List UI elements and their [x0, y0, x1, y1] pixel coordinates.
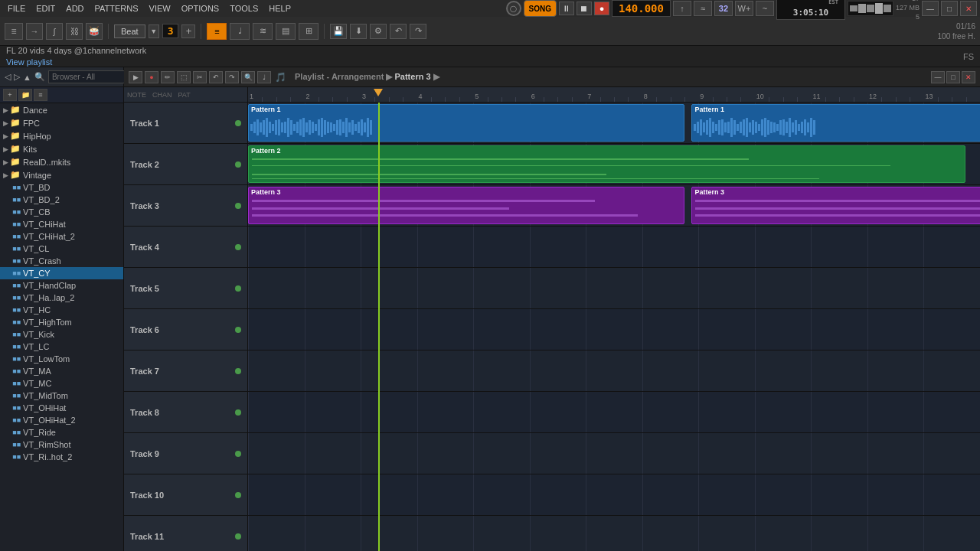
playlist-redo-tool[interactable]: ↷: [225, 71, 239, 83]
sidebar-item-vt_ma[interactable]: ■■VT_MA: [0, 365, 123, 377]
playlist-cut-tool[interactable]: ✂: [193, 71, 207, 83]
track-dot-1[interactable]: [235, 120, 241, 126]
track-row-3[interactable]: Pattern 3Pattern 3: [248, 185, 980, 227]
record-button[interactable]: ●: [594, 2, 609, 15]
mixer-icon[interactable]: ≡: [5, 23, 23, 40]
track-row-8[interactable]: [248, 392, 980, 433]
close-button[interactable]: ✕: [960, 1, 977, 16]
sidebar-item-vt_hc[interactable]: ■■VT_HC: [0, 304, 123, 316]
plugin-picker-button[interactable]: ⊞: [299, 23, 318, 40]
arrow-icon[interactable]: →: [26, 23, 43, 40]
track-dot-11[interactable]: [235, 533, 241, 540]
bpm-display[interactable]: 140.000: [612, 0, 671, 17]
sidebar-forward-button[interactable]: ▷: [14, 72, 20, 82]
sidebar-item-kits[interactable]: ▶📁Kits: [0, 142, 123, 155]
playlist-close-button[interactable]: ✕: [962, 71, 975, 83]
beat-arrow[interactable]: ▼: [149, 24, 159, 38]
undo-button[interactable]: ↶: [390, 24, 407, 39]
sidebar-item-vt_chihat[interactable]: ■■VT_CHiHat: [0, 218, 123, 230]
sidebar-item-vt_rihot2[interactable]: ■■VT_Ri..hot_2: [0, 451, 123, 463]
menu-view[interactable]: VIEW: [145, 2, 175, 15]
sidebar-item-vt_bd[interactable]: ■■VT_BD: [0, 181, 123, 194]
playlist-minimize-button[interactable]: —: [931, 71, 945, 83]
beat-button[interactable]: Beat: [114, 24, 145, 38]
sidebar-item-vt_midtom[interactable]: ■■VT_MidTom: [0, 390, 123, 402]
transport-icon-2[interactable]: ≈: [694, 1, 712, 16]
pattern-block-pattern1[interactable]: Pattern 1: [248, 104, 684, 142]
sidebar-item-fpc[interactable]: ▶📁FPC: [0, 116, 123, 129]
sidebar-item-vt_ohihat[interactable]: ■■VT_OHiHat: [0, 402, 123, 414]
sidebar-item-vt_mc[interactable]: ■■VT_MC: [0, 377, 123, 390]
sidebar-item-vintage[interactable]: ▶📁Vintage: [0, 168, 123, 181]
sidebar-icon-folder[interactable]: 📁: [18, 89, 32, 101]
sidebar-item-vt_cy[interactable]: ■■VT_CY: [0, 267, 123, 279]
menu-tools[interactable]: TOOLS: [225, 2, 263, 15]
playlist-maximize-button[interactable]: □: [946, 71, 960, 83]
sidebar-item-vt_rimshot[interactable]: ■■VT_RimShot: [0, 439, 123, 451]
track-row-5[interactable]: [248, 268, 980, 309]
menu-add[interactable]: ADD: [61, 2, 88, 15]
track-row-11[interactable]: [248, 516, 980, 551]
sidebar-item-dance[interactable]: ▶📁Dance: [0, 103, 123, 116]
sidebar-item-vt_cl[interactable]: ■■VT_CL: [0, 243, 123, 255]
channel-rack-button[interactable]: ≡: [207, 23, 227, 40]
menu-help[interactable]: HELP: [264, 2, 296, 15]
sidebar-item-reald_mkits[interactable]: ▶📁RealD..mkits: [0, 155, 123, 168]
song-mode-button[interactable]: SONG: [524, 0, 557, 17]
sidebar-item-vt_lowtom[interactable]: ■■VT_LowTom: [0, 353, 123, 365]
track-dot-4[interactable]: [235, 244, 241, 250]
track-dot-7[interactable]: [235, 368, 241, 374]
menu-patterns[interactable]: PATTERNS: [90, 2, 143, 15]
playlist-play-button[interactable]: ▶: [129, 71, 142, 83]
track-row-9[interactable]: [248, 433, 980, 474]
playlist-zoom-tool[interactable]: 🔍: [241, 71, 255, 83]
sidebar-item-vt_kick[interactable]: ■■VT_Kick: [0, 328, 123, 341]
pattern-block-pattern3[interactable]: Pattern 3: [248, 187, 684, 224]
sidebar-item-vt_ohihat2[interactable]: ■■VT_OHiHat_2: [0, 414, 123, 426]
playlist-undo-tool[interactable]: ↶: [209, 71, 223, 83]
sidebar-item-vt_chihat2[interactable]: ■■VT_CHiHat_2: [0, 230, 123, 243]
track-dot-10[interactable]: [235, 492, 241, 498]
transport-icon-4[interactable]: W+: [735, 1, 753, 16]
playlist-record-button[interactable]: ●: [145, 71, 158, 83]
redo-button[interactable]: ↷: [410, 24, 426, 39]
chain-icon[interactable]: ⛓: [66, 23, 83, 40]
track-row-2[interactable]: Pattern 2: [248, 144, 980, 185]
pattern-block-pattern3[interactable]: Pattern 3: [691, 187, 980, 224]
sidebar-item-vt_bd2[interactable]: ■■VT_BD_2: [0, 194, 123, 206]
transport-icon-5[interactable]: ~: [756, 1, 774, 16]
playlist-metronome-tool[interactable]: ♩: [257, 71, 271, 83]
sidebar-icon-add[interactable]: +: [3, 89, 17, 101]
curve-icon[interactable]: ∫: [46, 23, 63, 40]
sidebar-up-button[interactable]: ▲: [23, 73, 31, 82]
track-row-10[interactable]: [248, 474, 980, 516]
playlist-select-tool[interactable]: ⬚: [177, 71, 191, 83]
pattern-block-pattern1[interactable]: Pattern 1: [691, 104, 980, 142]
sidebar-item-vt_cb[interactable]: ■■VT_CB: [0, 206, 123, 218]
sidebar-back-button[interactable]: ◁: [5, 72, 11, 82]
sidebar-item-vt_handclap[interactable]: ■■VT_HandClap: [0, 279, 123, 292]
track-dot-2[interactable]: [235, 161, 241, 168]
maximize-button[interactable]: □: [941, 1, 958, 16]
sidebar-item-vt_halap2[interactable]: ■■VT_Ha..lap_2: [0, 292, 123, 304]
minimize-button[interactable]: —: [922, 1, 939, 16]
stop-button[interactable]: ⏹: [577, 2, 592, 15]
track-row-7[interactable]: [248, 350, 980, 392]
sidebar-item-vt_lc[interactable]: ■■VT_LC: [0, 341, 123, 353]
menu-file[interactable]: FILE: [3, 2, 30, 15]
menu-options[interactable]: OPTIONS: [177, 2, 224, 15]
pattern-block-pattern2[interactable]: Pattern 2: [248, 145, 965, 183]
track-dot-8[interactable]: [235, 409, 241, 416]
settings-button[interactable]: ⚙: [370, 24, 387, 39]
save-button[interactable]: 💾: [330, 24, 347, 39]
drum-icon[interactable]: 🥁: [86, 23, 103, 40]
menu-edit[interactable]: EDIT: [31, 2, 60, 15]
sidebar-item-hiphop[interactable]: ▶📁HipHop: [0, 129, 123, 142]
track-dot-5[interactable]: [235, 285, 241, 292]
sidebar-item-vt_hightom[interactable]: ■■VT_HighTom: [0, 316, 123, 328]
playlist-button[interactable]: ▤: [276, 23, 296, 40]
mixer-button[interactable]: ≋: [253, 23, 273, 40]
export-button[interactable]: ⬇: [350, 24, 367, 39]
playlist-pencil-tool[interactable]: ✏: [161, 71, 175, 83]
track-row-4[interactable]: [248, 227, 980, 268]
